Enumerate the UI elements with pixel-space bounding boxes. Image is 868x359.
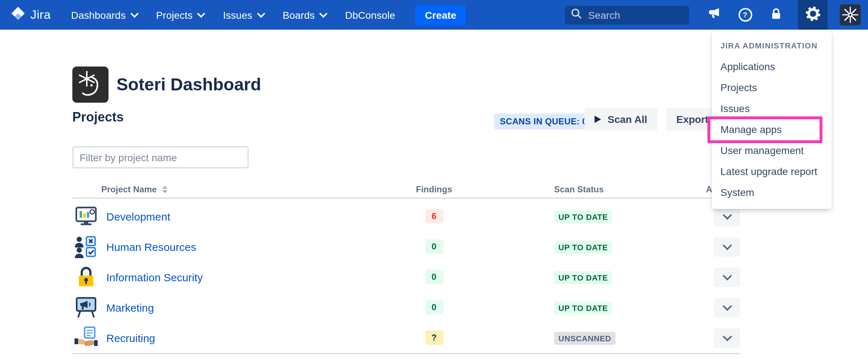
nav-projects-label: Projects [156,9,192,21]
table-row: Recruiting ? UNSCANNED [72,322,740,353]
information-security-project-icon [72,265,106,289]
nav-dashboards-label: Dashboards [71,9,125,21]
project-link[interactable]: Recruiting [106,332,376,344]
project-filter-input[interactable] [72,146,249,168]
development-project-icon [72,204,106,228]
sort-icon [162,185,167,193]
nav-dbconsole[interactable]: DbConsole [345,9,395,21]
chevron-down-icon [722,271,731,280]
chevron-down-icon [722,301,731,310]
admin-item-latest-upgrade-report[interactable]: Latest upgrade report [712,161,832,182]
chevron-down-icon [722,210,731,219]
global-search[interactable] [565,5,689,24]
search-icon [571,8,582,22]
top-navbar: Jira Dashboards Projects Issues Boards D… [0,0,868,30]
admin-menu-heading: JIRA ADMINISTRATION [712,31,832,56]
table-row: Human Resources 0 UP TO DATE [72,231,740,262]
permissions-button[interactable] [767,5,786,24]
announcements-button[interactable] [705,5,723,24]
column-header-findings: Findings [416,184,452,194]
scan-status-badge: UP TO DATE [554,271,612,284]
admin-item-issues[interactable]: Issues [712,98,832,119]
project-name-header-label: Project Name [101,184,157,194]
admin-item-user-management[interactable]: User management [712,140,832,161]
project-link[interactable]: Information Security [106,271,376,283]
soteri-logo-icon [72,67,109,103]
jira-administration-menu: JIRA ADMINISTRATION Applications Project… [712,31,832,209]
findings-badge: 6 [425,209,443,223]
table-row: Development 6 UP TO DATE [72,201,740,231]
scan-status-badge: UNSCANNED [554,332,616,345]
column-header-scan-status: Scan Status [492,184,714,194]
jira-home-link[interactable]: Jira [10,5,51,24]
row-actions-button[interactable] [714,298,740,317]
nav-boards[interactable]: Boards [283,9,327,21]
row-actions-button[interactable] [714,328,740,347]
snowflake-avatar-icon [840,15,861,25]
scan-status-badge: UP TO DATE [554,210,612,223]
admin-item-applications[interactable]: Applications [712,56,832,77]
human-resources-project-icon [72,234,106,259]
admin-item-system[interactable]: System [712,182,832,203]
projects-table: Project Name Findings Scan Status Action… [72,181,740,354]
create-button[interactable]: Create [416,5,466,25]
chevron-down-icon [722,332,731,341]
nav-dbconsole-label: DbConsole [345,9,395,21]
chevron-down-icon [197,9,205,18]
column-header-project-name[interactable]: Project Name [101,184,376,194]
nav-dashboards[interactable]: Dashboards [71,9,137,21]
scans-in-queue-badge: SCANS IN QUEUE: 0 [494,114,593,129]
projects-section-title: Projects [72,110,124,125]
row-actions-button[interactable] [714,206,740,226]
admin-settings-button[interactable] [798,0,827,30]
jira-window: Jira Dashboards Projects Issues Boards D… [0,0,868,359]
nav-boards-label: Boards [283,9,315,21]
page-title: Soteri Dashboard [116,67,261,103]
navbar-right-cluster: ? [565,0,862,30]
megaphone-icon [707,7,721,23]
table-row: Marketing 0 UP TO DATE [72,292,740,322]
help-button[interactable]: ? [736,5,754,24]
gear-icon [804,5,821,25]
findings-badge: 0 [425,300,443,315]
nav-projects[interactable]: Projects [156,9,204,21]
scan-status-badge: UP TO DATE [554,240,612,253]
row-actions-button[interactable] [714,267,740,287]
project-link[interactable]: Human Resources [106,240,376,253]
scan-all-button[interactable]: Scan All [584,108,657,131]
play-icon [595,116,601,123]
marketing-project-icon [72,295,106,320]
findings-badge: 0 [425,239,443,254]
search-input[interactable] [587,8,682,21]
nav-issues[interactable]: Issues [223,9,264,21]
manage-apps-label: Manage apps [720,124,782,135]
table-header-row: Project Name Findings Scan Status Action… [72,181,740,199]
row-actions-button[interactable] [714,237,740,256]
admin-item-manage-apps[interactable]: Manage apps [712,119,832,140]
findings-badge: 0 [425,270,443,284]
project-link[interactable]: Marketing [106,301,376,313]
scan-all-label: Scan All [608,114,647,125]
jira-logo-icon [10,5,26,24]
chevron-down-icon [722,240,731,249]
export-label: Export [676,114,709,125]
admin-item-projects[interactable]: Projects [712,77,832,98]
brand-label: Jira [30,8,51,22]
recruiting-project-icon [72,325,106,350]
nav-issues-label: Issues [223,9,252,21]
chevron-down-icon [257,9,265,18]
chevron-down-icon [130,9,139,18]
findings-badge: ? [425,330,443,345]
scan-status-badge: UP TO DATE [554,301,612,314]
project-link[interactable]: Development [106,210,376,222]
chevron-down-icon [319,9,328,18]
help-icon: ? [738,8,752,22]
table-body: Development 6 UP TO DATE [72,199,740,354]
table-row: Information Security 0 UP TO DATE [72,262,740,292]
user-avatar[interactable] [840,4,861,25]
lock-icon [770,7,783,23]
